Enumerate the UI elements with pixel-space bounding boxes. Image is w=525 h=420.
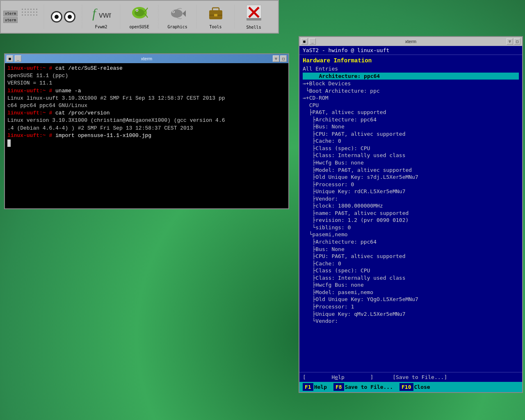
taskbar-icon-eyes[interactable]: [48, 2, 78, 31]
dot: [33, 9, 34, 10]
dot: [27, 11, 29, 13]
entry-siblings: └siblings: 0: [303, 224, 519, 231]
dot: [22, 14, 23, 16]
graphics-fish-icon: [168, 5, 187, 24]
prompt-1: linux-uuft:~ #: [7, 65, 52, 71]
xterm-left-titlebar: ■ _ xterm ▽ □: [5, 54, 288, 63]
entry-arch-ppc64-2: ├Architecture: ppc64: [303, 238, 519, 246]
dot: [27, 9, 29, 10]
taskbar-icon-tools[interactable]: Tools: [200, 2, 231, 31]
yast-selected-entry[interactable]: Architecture: ppc64: [303, 73, 519, 80]
dot: [22, 9, 23, 10]
entry-block-devices: →+Block Devices: [303, 80, 519, 87]
footer-key-f8[interactable]: F8: [333, 383, 344, 391]
xterm-left-maximize-btn[interactable]: ▽: [273, 55, 279, 62]
taskbar-separator3: [120, 5, 121, 29]
footer-key-f10[interactable]: F10: [399, 383, 413, 391]
entry-cache: ├Cache: 0: [303, 137, 519, 145]
cmd-4: import opensuse-11.1-x1000.jpg: [55, 132, 151, 139]
yast-window-title: YaST2 - hwinfo @ linux-uuft: [303, 47, 389, 53]
taskbar-icon-graphics[interactable]: Graphics: [162, 2, 193, 31]
dot: [25, 9, 26, 10]
xterm-right-controls: ▽ □: [507, 38, 520, 45]
entry-pasemi: └pasemi,nemo: [303, 231, 519, 238]
entry-bus-none: ├Bus: None: [303, 123, 519, 130]
entry-revision: ├revision: 1.2 (pvr 0090 0102): [303, 217, 519, 224]
taskbar-icon-fvwm2[interactable]: f vwm Fvwm2: [86, 2, 116, 31]
entry-cpu: CPU: [303, 102, 519, 109]
svg-point-9: [173, 11, 173, 12]
yast-header-bar: YaST2 - hwinfo @ linux-uuft: [299, 46, 522, 55]
xterm-left-resize-btn[interactable]: □: [280, 55, 287, 62]
tools-label: Tools: [210, 25, 222, 29]
entry-hwcfg: ├Hwcfg Bus: none: [303, 159, 519, 167]
yast-bottom-bar: [ Help ] [Save to File...]: [299, 372, 522, 382]
prompt-4: linux-uuft:~ #: [7, 132, 52, 139]
entry-model-pasemi: ├Model: pasemi,nemo: [303, 289, 519, 296]
shells-x-icon: [244, 4, 264, 24]
shells-label: Shells: [247, 25, 261, 30]
entry-model: ├Model: PA6T, altivec supported: [303, 167, 519, 174]
svg-text:vwm: vwm: [99, 10, 111, 19]
yast-footer: F1 Help F8 Save to File... F10 Close: [299, 382, 522, 392]
entry-class-2: ├Class: Internally used class: [303, 274, 519, 282]
prompt-3: linux-uuft:~ #: [7, 110, 52, 116]
entry-vendor: ├Vendor:: [303, 195, 519, 203]
dot: [25, 11, 26, 13]
entry-vendor-2: └Vendor:: [303, 317, 519, 325]
xterm-left-title: xterm: [141, 56, 153, 61]
taskbar-item-xterm1[interactable]: xterm: [3, 11, 18, 16]
taskbar-icon-shells[interactable]: Shells: [238, 2, 269, 31]
opensuse-label: openSUSE: [130, 25, 149, 29]
footer-label-help: Help: [314, 384, 327, 390]
svg-rect-11: [212, 8, 219, 11]
entry-hwcfg-2: ├Hwcfg Bus: none: [303, 281, 519, 289]
footer-key-f1[interactable]: F1: [303, 383, 313, 391]
dot: [36, 14, 37, 16]
entry-pa6t: ├PA6T, altivec supported: [303, 109, 519, 116]
xterm-right-iconify-btn[interactable]: _: [309, 38, 316, 45]
entry-unique-key-2: ├Unique Key: qMv2.L5Xer5eMNu7: [303, 310, 519, 318]
svg-marker-7: [183, 10, 186, 17]
yast-content[interactable]: Hardware Information All Entries Archite…: [299, 55, 522, 372]
taskbar-separator5: [196, 5, 197, 29]
xterm-line-1: linux-uuft:~ # cat /etc/SuSE-release: [7, 65, 286, 72]
cmd-2: uname -a: [55, 88, 81, 94]
svg-rect-13: [214, 14, 217, 16]
dot: [30, 9, 32, 10]
xterm-left-close-btn[interactable]: ■: [7, 55, 13, 62]
yast-bottom-text: [ Help ] [Save to File...]: [303, 374, 447, 380]
entry-old-key: ├Old Unique Key: s7dj.L5Xer5eMNu7: [303, 173, 519, 181]
taskbar-item-xterm2[interactable]: xterm: [3, 17, 18, 23]
xterm-line-8: linux-uuft:~ # import opensuse-11.1-x100…: [7, 132, 286, 139]
xterm1-label: xterm: [5, 11, 16, 16]
pupil-left: [55, 15, 59, 19]
yast-tree: →+Block Devices └Boot Architecture: ppc …: [303, 80, 519, 325]
entry-class-spec-2: ├Class (spec): CPU: [303, 267, 519, 274]
xterm-left-iconify-btn[interactable]: _: [15, 55, 21, 62]
xterm-right-maximize-btn[interactable]: ▽: [507, 38, 513, 45]
taskbar-separator4: [158, 5, 159, 29]
cmd-3: cat /proc/version: [55, 110, 110, 116]
xterm-right-resize-btn[interactable]: □: [514, 38, 520, 45]
taskbar-icon-opensuse[interactable]: openSUSE: [124, 2, 155, 31]
xterm-right-close-btn[interactable]: ■: [301, 38, 308, 45]
xterm-line-5: Linux linux-uuft 3.10.3X1000 #2 SMP Fri …: [7, 95, 286, 110]
svg-rect-17: [247, 18, 261, 21]
entry-unique-key: ├Unique Key: rdCR.L5Xer5eMNu7: [303, 188, 519, 195]
taskbar-xterm-items: xterm xterm: [3, 11, 18, 23]
eyes-icon: [51, 11, 75, 23]
prompt-2: linux-uuft:~ #: [7, 88, 52, 94]
yast-hardware-header: Hardware Information: [303, 57, 519, 64]
entry-processor1: ├Processor: 1: [303, 303, 519, 310]
opensuse-chameleon-icon: [130, 5, 149, 24]
dot: [30, 11, 32, 13]
xterm-left-content[interactable]: linux-uuft:~ # cat /etc/SuSE-release ope…: [5, 63, 288, 208]
xterm-left-right-controls: ▽ □: [273, 55, 287, 62]
entry-old-key-2: ├Old Unique Key: YQgO.L5Xer5eMNu7: [303, 296, 519, 303]
xterm-right-titlebar: ■ _ xterm ▽ □: [299, 37, 522, 46]
tools-briefcase-icon: [206, 5, 226, 24]
dot: [25, 14, 26, 16]
dot: [30, 14, 32, 16]
pupil-right: [68, 15, 72, 19]
